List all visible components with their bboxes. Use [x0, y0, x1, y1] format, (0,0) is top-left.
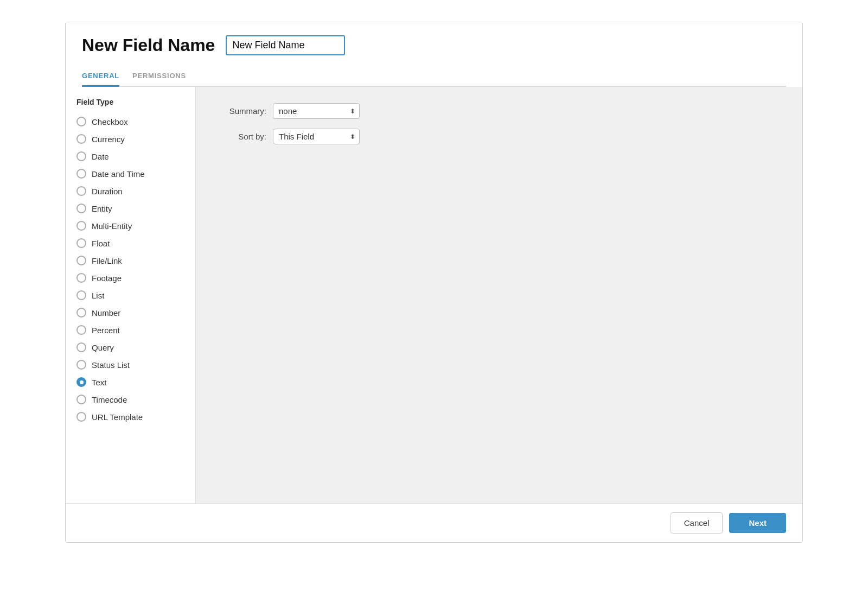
- radio-circle: [76, 151, 86, 161]
- field-type-label: Date: [92, 152, 109, 161]
- radio-circle: [76, 169, 86, 179]
- field-type-item[interactable]: Multi-Entity: [66, 217, 195, 234]
- field-type-label: Query: [92, 343, 114, 352]
- tab-general[interactable]: GENERAL: [82, 66, 119, 87]
- sort-by-select-wrapper: This FieldCreated AtUpdated At: [273, 129, 360, 144]
- field-type-item[interactable]: Entity: [66, 200, 195, 217]
- field-type-label: Duration: [92, 187, 123, 196]
- dialog-header: New Field Name GENERAL PERMISSIONS: [66, 22, 802, 87]
- field-type-item[interactable]: Date and Time: [66, 165, 195, 182]
- field-type-label: Checkbox: [92, 117, 128, 126]
- tabs-container: GENERAL PERMISSIONS: [82, 66, 786, 87]
- field-type-item[interactable]: Text: [66, 373, 195, 391]
- field-type-item[interactable]: Checkbox: [66, 113, 195, 130]
- cancel-button[interactable]: Cancel: [671, 512, 723, 534]
- next-button[interactable]: Next: [729, 513, 786, 533]
- field-type-item[interactable]: List: [66, 287, 195, 304]
- field-type-item[interactable]: Currency: [66, 130, 195, 148]
- field-type-label: Text: [92, 378, 107, 387]
- summary-select-wrapper: nonecountsumaverageminimummaximum: [273, 103, 360, 119]
- radio-circle: [76, 186, 86, 196]
- summary-select[interactable]: nonecountsumaverageminimummaximum: [273, 103, 360, 119]
- tab-permissions[interactable]: PERMISSIONS: [132, 66, 186, 87]
- radio-circle: [76, 204, 86, 213]
- field-type-item[interactable]: Percent: [66, 321, 195, 339]
- field-type-label: List: [92, 291, 104, 300]
- radio-circle: [76, 360, 86, 370]
- field-type-item[interactable]: Footage: [66, 269, 195, 287]
- radio-circle: [76, 256, 86, 265]
- field-type-item[interactable]: Number: [66, 304, 195, 321]
- radio-circle: [76, 290, 86, 300]
- sort-by-label: Sort by:: [218, 132, 266, 141]
- field-type-label: Entity: [92, 204, 112, 213]
- field-type-item[interactable]: URL Template: [66, 408, 195, 425]
- radio-circle: [76, 325, 86, 335]
- field-type-label: Float: [92, 239, 110, 248]
- field-type-label: Multi-Entity: [92, 221, 132, 231]
- sort-by-row: Sort by: This FieldCreated AtUpdated At: [218, 129, 781, 144]
- radio-circle: [76, 273, 86, 283]
- field-name-input[interactable]: [226, 35, 345, 55]
- field-type-label: Footage: [92, 274, 122, 283]
- radio-circle: [76, 308, 86, 317]
- radio-circle: [76, 238, 86, 248]
- field-type-label: Percent: [92, 326, 120, 335]
- field-type-item[interactable]: Duration: [66, 182, 195, 200]
- radio-circle: [76, 377, 86, 387]
- field-type-label: URL Template: [92, 412, 143, 422]
- field-type-label: Timecode: [92, 395, 127, 404]
- dialog-body: Field Type CheckboxCurrencyDateDate and …: [66, 87, 802, 503]
- radio-circle: [76, 342, 86, 352]
- radio-circle: [76, 117, 86, 126]
- radio-circle: [76, 134, 86, 144]
- field-type-sidebar: Field Type CheckboxCurrencyDateDate and …: [66, 87, 196, 503]
- dialog-footer: Cancel Next: [66, 503, 802, 542]
- field-type-item[interactable]: File/Link: [66, 252, 195, 269]
- field-type-label: File/Link: [92, 256, 122, 265]
- title-row: New Field Name: [82, 35, 786, 55]
- field-type-label: Date and Time: [92, 169, 145, 179]
- sidebar-title: Field Type: [66, 98, 195, 113]
- summary-row: Summary: nonecountsumaverageminimummaxim…: [218, 103, 781, 119]
- field-type-item[interactable]: Timecode: [66, 391, 195, 408]
- summary-label: Summary:: [218, 106, 266, 116]
- radio-circle: [76, 412, 86, 422]
- dialog-title: New Field Name: [82, 35, 215, 55]
- field-type-item[interactable]: Status List: [66, 356, 195, 373]
- new-field-dialog: New Field Name GENERAL PERMISSIONS Field…: [65, 22, 803, 543]
- field-type-item[interactable]: Date: [66, 148, 195, 165]
- field-type-label: Currency: [92, 135, 125, 144]
- radio-circle: [76, 221, 86, 231]
- field-type-label: Status List: [92, 360, 130, 370]
- radio-circle: [76, 395, 86, 404]
- sort-by-select[interactable]: This FieldCreated AtUpdated At: [273, 129, 360, 144]
- field-type-item[interactable]: Query: [66, 339, 195, 356]
- field-type-label: Number: [92, 308, 120, 317]
- field-type-item[interactable]: Float: [66, 234, 195, 252]
- main-content: Summary: nonecountsumaverageminimummaxim…: [196, 87, 802, 503]
